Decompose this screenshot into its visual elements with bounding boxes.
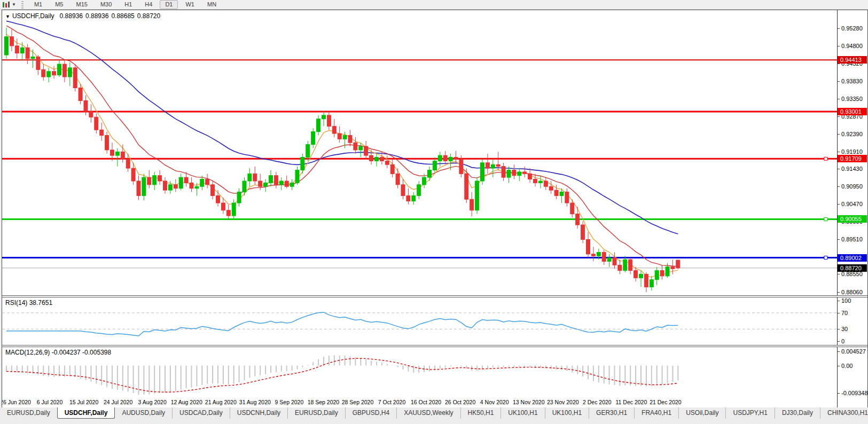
chart-tab-usdcad-daily[interactable]: USDCAD,Daily (172, 407, 230, 419)
timeframe-button-m15[interactable]: M15 (71, 0, 92, 9)
price-tick: 0.95280 (838, 25, 863, 32)
chart-tab-usdchf-daily[interactable]: USDCHF,Daily (57, 407, 115, 419)
icon-bar-red (5, 3, 7, 7)
macd-plot-area[interactable]: MACD(12,26,9) -0.004237 -0.005398 (2, 347, 838, 397)
rsi-value: 38.7651 (29, 299, 52, 307)
price-pane: ▼USDCHF,Daily0.889360.889360.886850.8872… (2, 10, 867, 295)
date-label: 28 Sep 2020 (342, 399, 374, 405)
macd-tick: 0.00 (838, 363, 853, 370)
timeframe-button-w1[interactable]: W1 (180, 0, 200, 9)
chart-tab-dj30-daily[interactable]: DJ30,Daily (775, 407, 820, 419)
chart-tab-gbpusd-h4[interactable]: GBPUSD,H4 (345, 407, 396, 419)
hline-price-label: 0.91709 (838, 155, 867, 162)
date-label: 26 Oct 2020 (445, 399, 475, 405)
hline-price-label: 0.90055 (838, 215, 867, 223)
chart-symbol-label: USDCHF,Daily (12, 12, 54, 20)
chart-tab-china300-h1[interactable]: CHINA300,H1 (820, 407, 868, 419)
symbol-dropdown-icon[interactable]: ▼ (5, 14, 10, 19)
current-price-label: 0.88720 (838, 264, 867, 272)
candlestick-chart-icon[interactable] (1, 1, 11, 9)
hline-price-label: 0.89002 (838, 254, 867, 262)
rsi-chart[interactable] (2, 297, 838, 345)
timeframe-button-m30[interactable]: M30 (95, 0, 117, 9)
icon-bar-gray (8, 2, 10, 7)
date-label: 16 Oct 2020 (411, 399, 441, 405)
price-tick: 0.91430 (838, 166, 863, 172)
toolbar-grip-handle[interactable] (21, 1, 24, 9)
chart-tab-eurusd-daily[interactable]: EURUSD,Daily (287, 407, 345, 419)
macd-values: -0.004237 -0.005398 (52, 349, 111, 356)
date-label: 2 Dec 2020 (583, 399, 612, 405)
macd-tick: -0.009348 (838, 390, 868, 397)
chart-tab-bar: EURUSD,DailyUSDCHF,DailyAUDUSD,DailyUSDC… (0, 407, 868, 424)
timeframe-button-m1[interactable]: M1 (29, 0, 48, 9)
price-tick: 0.94800 (838, 43, 863, 50)
candlestick-chart[interactable] (2, 10, 838, 295)
chart-tab-eurusd-daily[interactable]: EURUSD,Daily (0, 407, 57, 419)
date-label: 3 Aug 2020 (138, 399, 167, 405)
rsi-tick: 0 (838, 338, 844, 345)
price-tick: 0.90470 (838, 201, 863, 208)
macd-axis[interactable]: 0.0045270.00-0.009348 (838, 347, 867, 397)
timeframe-button-group: M1M5M15M30H1H4D1W1MN (28, 0, 223, 9)
date-label: 18 Sep 2020 (308, 399, 340, 405)
macd-pane: MACD(12,26,9) -0.004237 -0.005398 0.0045… (2, 347, 867, 397)
date-label: 23 Nov 2020 (547, 399, 579, 405)
rsi-axis[interactable]: 10070300 (838, 297, 867, 345)
chart-tab-uk100-h1[interactable]: UK100,H1 (545, 407, 589, 419)
chart-tab-usdcnh-daily[interactable]: USDCNH,Daily (230, 407, 287, 419)
chart-tab-fra40-h1[interactable]: FRA40,H1 (634, 407, 678, 419)
timeframe-button-d1[interactable]: D1 (160, 0, 178, 9)
icon-bar-green (3, 2, 4, 7)
rsi-name: RSI(14) (5, 299, 27, 307)
rsi-label: RSI(14) 38.7651 (5, 299, 52, 307)
chart-style-dropdown-arrow-icon[interactable]: ▼ (12, 2, 16, 7)
date-label: 26 Jun 2020 (2, 399, 31, 405)
chart-tab-hk50-h1[interactable]: HK50,H1 (460, 407, 501, 419)
price-plot-area[interactable]: ▼USDCHF,Daily0.889360.889360.886850.8872… (2, 10, 838, 295)
timeframe-button-mn[interactable]: MN (202, 0, 222, 9)
price-axis[interactable]: 0.952800.948000.943200.938300.933500.928… (838, 10, 867, 295)
date-label: 12 Aug 2020 (171, 399, 202, 405)
chart-window: ▼USDCHF,Daily0.889360.889360.886850.8872… (2, 10, 868, 407)
date-label: 4 Nov 2020 (480, 399, 509, 405)
top-toolbar: ▼ M1M5M15M30H1H4D1W1MN (0, 0, 868, 10)
quote-close: 0.88720 (137, 12, 160, 20)
quote-high: 0.88936 (85, 12, 108, 20)
date-label: 31 Aug 2020 (239, 399, 271, 405)
hline-price-label: 0.94413 (838, 56, 867, 64)
date-label: 9 Sep 2020 (275, 399, 304, 405)
price-tick: 0.89510 (838, 236, 863, 243)
macd-chart[interactable] (2, 347, 838, 397)
quote-low: 0.88685 (111, 12, 134, 20)
macd-label: MACD(12,26,9) -0.004237 -0.005398 (5, 349, 111, 356)
date-label: 13 Nov 2020 (513, 399, 545, 405)
rsi-plot-area[interactable]: RSI(14) 38.7651 (2, 297, 838, 345)
date-label: 24 Jul 2020 (104, 399, 132, 405)
quote-open: 0.88936 (60, 12, 83, 20)
date-axis-row: 26 Jun 20206 Jul 202015 Jul 202024 Jul 2… (2, 397, 867, 408)
date-label: 6 Jul 2020 (37, 399, 62, 405)
timeframe-button-h1[interactable]: H1 (119, 0, 137, 9)
date-label: 21 Dec 2020 (650, 399, 682, 405)
price-tick: 0.93350 (838, 96, 863, 103)
price-tick: 0.88550 (838, 271, 863, 278)
rsi-pane: RSI(14) 38.7651 10070300 (2, 297, 867, 345)
chart-tab-usoil-daily[interactable]: USOil,Daily (678, 407, 725, 419)
macd-name: MACD(12,26,9) (5, 349, 50, 356)
macd-tick: 0.004527 (838, 348, 866, 355)
chart-tab-xauusd-weekly[interactable]: XAUUSD,Weekly (396, 407, 460, 419)
price-tick: 0.91910 (838, 148, 863, 155)
chart-tab-audusd-daily[interactable]: AUDUSD,Daily (115, 407, 172, 419)
timeframe-button-m5[interactable]: M5 (50, 0, 68, 9)
timeframe-button-h4[interactable]: H4 (139, 0, 158, 9)
price-tick: 0.92390 (838, 131, 863, 138)
date-axis-corner (838, 397, 867, 408)
date-axis[interactable]: 26 Jun 20206 Jul 202015 Jul 202024 Jul 2… (2, 397, 838, 408)
chart-tab-ger30-h1[interactable]: GER30,H1 (589, 407, 634, 419)
chart-tab-usdjpy-h1[interactable]: USDJPY,H1 (725, 407, 774, 419)
price-tick: 0.93830 (838, 78, 863, 85)
rsi-tick: 70 (838, 310, 848, 317)
chart-tab-uk100-h1[interactable]: UK100,H1 (501, 407, 544, 419)
rsi-tick: 100 (838, 297, 851, 304)
